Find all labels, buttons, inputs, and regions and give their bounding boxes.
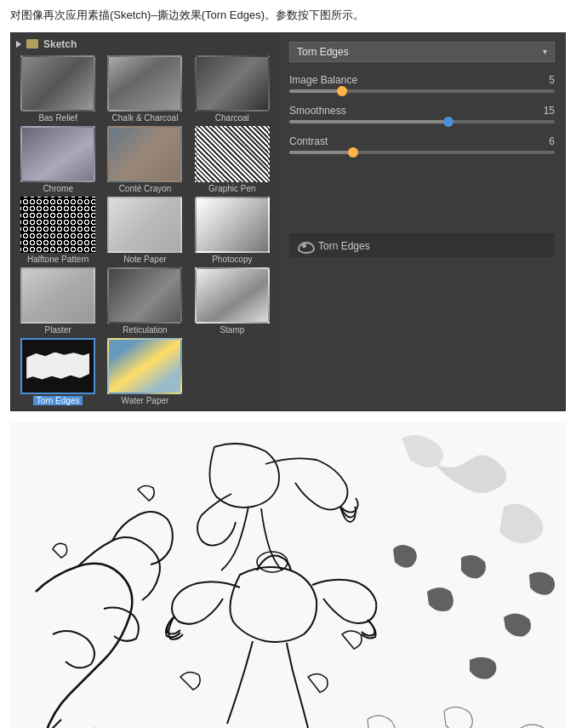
param-image-balance: Image Balance 5 [289,74,555,93]
dropdown-selected-label: Torn Edges [297,46,349,58]
thumbnail-chrome [20,126,95,182]
filter-item-photocopy[interactable]: Photocopy [191,197,274,264]
filter-dropdown[interactable]: Torn Edges ▾ [289,42,555,62]
filter-item-halftone-pattern[interactable]: Halftone Pattern [16,197,100,264]
filter-item-note-paper[interactable]: Note Paper [103,197,186,264]
filter-item-torn-edges[interactable]: Torn Edges [16,338,100,405]
thumbnail-stamp [195,267,270,324]
filter-label-torn-edges: Torn Edges [33,396,83,405]
filter-item-charcoal[interactable]: Charcoal [191,55,274,123]
eye-visibility-icon[interactable] [298,242,311,250]
active-filter-label: Torn Edges [318,240,370,252]
param-contrast: Contrast 6 [289,135,555,154]
param-contrast-value: 6 [549,135,555,147]
param-contrast-slider-thumb[interactable] [348,147,358,158]
filter-item-chalk-charcoal[interactable]: Chalk & Charcoal [103,55,186,123]
param-smoothness-header: Smoothness 15 [289,105,555,117]
filter-list: Sketch Bas Relief Chalk & Charcoal Charc… [11,33,279,410]
thumbnail-plaster [20,267,95,324]
filter-label-chrome: Chrome [43,184,73,193]
param-image-balance-slider-thumb[interactable] [337,86,347,96]
thumbnail-reticulation [107,267,182,324]
settings-panel: Torn Edges ▾ Image Balance 5 Smoothness … [279,33,565,410]
filter-item-reticulation[interactable]: Reticulation [103,267,186,335]
dropdown-arrow-icon: ▾ [543,47,547,56]
filter-label-stamp: Stamp [220,325,244,335]
filter-label-water-paper: Water Paper [122,396,169,405]
filter-label-photocopy: Photocopy [212,255,252,264]
filter-list-header: Sketch [16,38,274,50]
thumbnail-chalk-charcoal [107,55,182,112]
bottom-bar: Torn Edges [289,234,555,257]
param-contrast-label: Contrast [289,135,328,147]
thumbnail-graphic-pen [195,126,270,182]
filter-item-water-paper[interactable]: Water Paper [103,338,186,405]
thumbnail-halftone-pattern [20,197,95,253]
thumbnail-photocopy [195,197,270,253]
filter-label-graphic-pen: Graphic Pen [208,184,256,193]
thumbnail-water-paper [107,338,182,394]
filter-label-bas-relief: Bas Relief [38,113,77,123]
thumbnail-charcoal [195,55,270,112]
folder-icon [26,39,38,49]
thumbnail-conte-crayon [107,126,182,182]
filter-label-note-paper: Note Paper [123,255,167,264]
thumbnail-note-paper [107,197,182,253]
filter-item-plaster[interactable]: Plaster [16,267,100,335]
header-text: 对图像再次应用素描(Sketch)–撕边效果(Torn Edges)。参数按下图… [0,0,576,32]
param-smoothness-slider-fill [289,120,448,123]
panel-container: Sketch Bas Relief Chalk & Charcoal Charc… [10,32,566,411]
param-smoothness: Smoothness 15 [289,105,555,123]
thumbnail-torn-edges [20,338,95,394]
filter-label-conte-crayon: Conté Crayon [119,184,172,193]
param-contrast-header: Contrast 6 [289,135,555,147]
param-image-balance-value: 5 [549,74,555,86]
expand-triangle-icon[interactable] [16,41,21,48]
param-contrast-slider-fill [289,151,353,154]
param-image-balance-slider-fill [289,89,342,93]
thumbnails-grid: Bas Relief Chalk & Charcoal Charcoal Chr… [16,55,274,405]
header-description: 对图像再次应用素描(Sketch)–撕边效果(Torn Edges)。参数按下图… [10,9,364,21]
filter-label-plaster: Plaster [45,325,71,335]
filter-label-reticulation: Reticulation [123,325,167,335]
filter-label-halftone-pattern: Halftone Pattern [27,255,88,264]
sketch-result-image [10,421,566,729]
param-contrast-slider-track[interactable] [289,151,555,154]
filter-label-charcoal: Charcoal [215,113,249,123]
filter-item-bas-relief[interactable]: Bas Relief [16,55,100,123]
param-smoothness-value: 15 [544,105,555,117]
filter-label-chalk-charcoal: Chalk & Charcoal [112,113,179,123]
param-image-balance-header: Image Balance 5 [289,74,555,86]
filter-item-stamp[interactable]: Stamp [191,267,274,335]
filter-item-conte-crayon[interactable]: Conté Crayon [103,126,186,193]
main-image [10,421,566,729]
sketch-label: Sketch [43,38,77,50]
param-smoothness-slider-thumb[interactable] [443,117,453,127]
param-image-balance-slider-track[interactable] [289,89,555,93]
thumbnail-bas-relief [20,55,95,112]
filter-item-chrome[interactable]: Chrome [16,126,100,193]
param-smoothness-label: Smoothness [289,105,346,117]
param-smoothness-slider-track[interactable] [289,120,555,123]
param-image-balance-label: Image Balance [289,74,357,86]
filter-item-graphic-pen[interactable]: Graphic Pen [191,126,274,193]
